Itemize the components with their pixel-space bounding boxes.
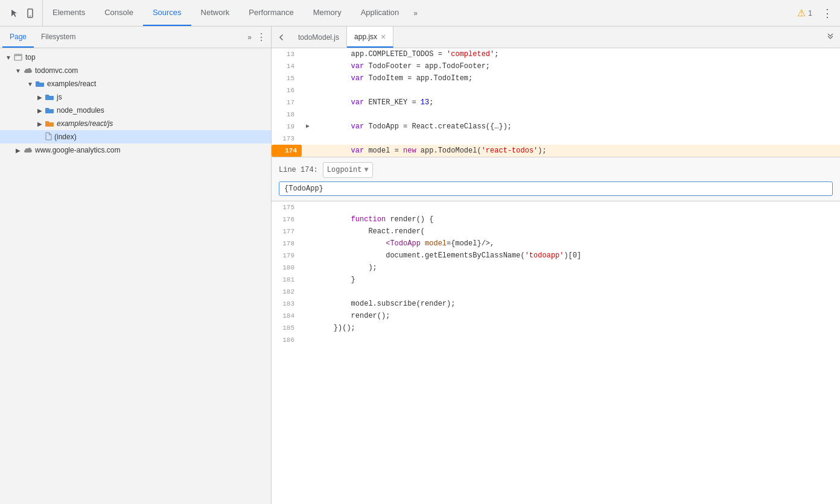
code-line[interactable]: 16 — [272, 84, 840, 96]
code-line[interactable]: 185 })(); — [272, 322, 840, 334]
line-number: 182 — [272, 286, 302, 298]
file-tree: top todomvc.com — [0, 48, 271, 504]
line-content: document.getElementsByClassName('todoapp… — [314, 250, 840, 262]
code-line[interactable]: 184 render(); — [272, 310, 840, 322]
line-arrow: ▶ — [302, 121, 314, 133]
line-number: 16 — [272, 84, 302, 96]
mobile-icon[interactable] — [23, 6, 37, 20]
tree-arrow-node-modules — [36, 107, 43, 114]
back-button[interactable] — [272, 27, 291, 48]
tree-item-examples-react[interactable]: examples/react — [0, 77, 271, 90]
warning-icon: ⚠ — [797, 7, 806, 19]
line-number: 173 — [272, 133, 302, 145]
logpoint-type-label: Logpoint — [327, 164, 362, 176]
panel-more-button[interactable]: ⋮ — [254, 31, 269, 43]
tab-memory[interactable]: Memory — [304, 0, 351, 26]
folder-blue-icon-2 — [45, 92, 54, 102]
code-line[interactable]: 175 — [272, 201, 840, 213]
code-line[interactable]: 180 ); — [272, 262, 840, 274]
tree-arrow-examples-react-js — [36, 120, 43, 127]
line-content: })(); — [314, 322, 840, 334]
main-container: Page Filesystem » ⋮ top — [0, 27, 840, 504]
editor-tab-appjsx[interactable]: app.jsx × — [347, 27, 393, 48]
tab-elements[interactable]: Elements — [43, 0, 95, 26]
code-line[interactable]: 178 <TodoApp model={model}/>, — [272, 238, 840, 250]
logpoint-header: Line 174:Logpoint▼ — [279, 162, 833, 178]
line-number: 15 — [272, 72, 302, 84]
logpoint-type-dropdown[interactable]: Logpoint▼ — [323, 162, 373, 178]
editor-tab-close[interactable]: × — [381, 32, 386, 42]
code-line[interactable]: 181 } — [272, 274, 840, 286]
line-number: 176 — [272, 213, 302, 225]
tree-item-examples-react-js[interactable]: examples/react/js — [0, 117, 271, 130]
code-editor[interactable]: 13 app.COMPLETED_TODOS = 'completed';14 … — [272, 48, 840, 504]
tree-label-node-modules: node_modules — [57, 106, 104, 115]
tab-overflow[interactable]: » — [409, 0, 422, 26]
line-number: 177 — [272, 225, 302, 238]
tab-filesystem[interactable]: Filesystem — [34, 27, 83, 48]
line-number: 17 — [272, 96, 302, 109]
more-options-button[interactable]: ⋮ — [817, 7, 838, 20]
code-line[interactable]: 182 — [272, 286, 840, 298]
tree-item-google-analytics[interactable]: www.google-analytics.com — [0, 143, 271, 157]
tree-arrow-js — [36, 93, 43, 101]
left-panel: Page Filesystem » ⋮ top — [0, 27, 272, 504]
svg-rect-1 — [30, 16, 31, 16]
line-number: 19 — [272, 121, 302, 133]
code-line[interactable]: 17 var ENTER_KEY = 13; — [272, 96, 840, 109]
line-content: model.subscribe(render); — [314, 298, 840, 310]
line-number: 185 — [272, 322, 302, 334]
line-number: 13 — [272, 48, 302, 60]
devtools-toolbar: Elements Console Sources Network Perform… — [0, 0, 840, 27]
warning-badge[interactable]: ⚠ 1 — [792, 7, 817, 19]
line-number: 181 — [272, 274, 302, 286]
code-line[interactable]: 186 — [272, 334, 840, 346]
tree-item-js[interactable]: js — [0, 90, 271, 104]
code-line[interactable]: 174 var model = new app.TodoModel('react… — [272, 145, 840, 157]
cloud-icon-2 — [23, 145, 33, 155]
tree-item-node-modules[interactable]: node_modules — [0, 104, 271, 117]
code-line[interactable]: 183 model.subscribe(render); — [272, 298, 840, 310]
tree-arrow-google-analytics — [14, 146, 22, 154]
code-line[interactable]: 173 — [272, 133, 840, 145]
line-number: 184 — [272, 310, 302, 322]
tree-label-top: top — [25, 53, 36, 61]
editor-collapse-button[interactable] — [821, 31, 840, 43]
line-content: var TodoFooter = app.TodoFooter; — [314, 60, 840, 72]
folder-orange-icon — [45, 119, 54, 128]
logpoint-input[interactable] — [279, 181, 833, 196]
line-number: 183 — [272, 298, 302, 310]
dropdown-arrow: ▼ — [364, 164, 368, 176]
line-content: ); — [314, 262, 840, 274]
right-panel: todoModel.js app.jsx × 13 app.COMPLETED_… — [272, 27, 840, 504]
line-content: } — [314, 274, 840, 286]
folder-blue-icon-1 — [35, 79, 45, 89]
tree-label-examples-react: examples/react — [47, 80, 96, 88]
line-content: React.render( — [314, 225, 840, 238]
toolbar-icons — [2, 0, 43, 26]
code-line[interactable]: 13 app.COMPLETED_TODOS = 'completed'; — [272, 48, 840, 60]
tab-network[interactable]: Network — [191, 0, 240, 26]
editor-tab-todomodel[interactable]: todoModel.js — [291, 27, 347, 48]
line-number: 178 — [272, 238, 302, 250]
tab-page[interactable]: Page — [2, 27, 34, 48]
line-number: 18 — [272, 109, 302, 121]
tab-sources[interactable]: Sources — [143, 0, 191, 26]
code-line[interactable]: 15 var TodoItem = app.TodoItem; — [272, 72, 840, 84]
tree-label-todomvc: todomvc.com — [35, 66, 78, 75]
tree-item-top[interactable]: top — [0, 51, 271, 64]
tree-item-todomvc[interactable]: todomvc.com — [0, 64, 271, 77]
code-line[interactable]: 19▶ var TodoApp = React.createClass({…})… — [272, 121, 840, 133]
cursor-icon[interactable] — [7, 6, 22, 20]
panel-tab-overflow[interactable]: » — [245, 33, 254, 42]
tree-item-index[interactable]: (index) — [0, 130, 271, 143]
tab-performance[interactable]: Performance — [239, 0, 303, 26]
svg-rect-3 — [14, 54, 22, 56]
code-line[interactable]: 18 — [272, 109, 840, 121]
tab-console[interactable]: Console — [95, 0, 143, 26]
tab-application[interactable]: Application — [351, 0, 409, 26]
code-line[interactable]: 176 function render() { — [272, 213, 840, 225]
code-line[interactable]: 179 document.getElementsByClassName('tod… — [272, 250, 840, 262]
code-line[interactable]: 177 React.render( — [272, 225, 840, 238]
code-line[interactable]: 14 var TodoFooter = app.TodoFooter; — [272, 60, 840, 72]
